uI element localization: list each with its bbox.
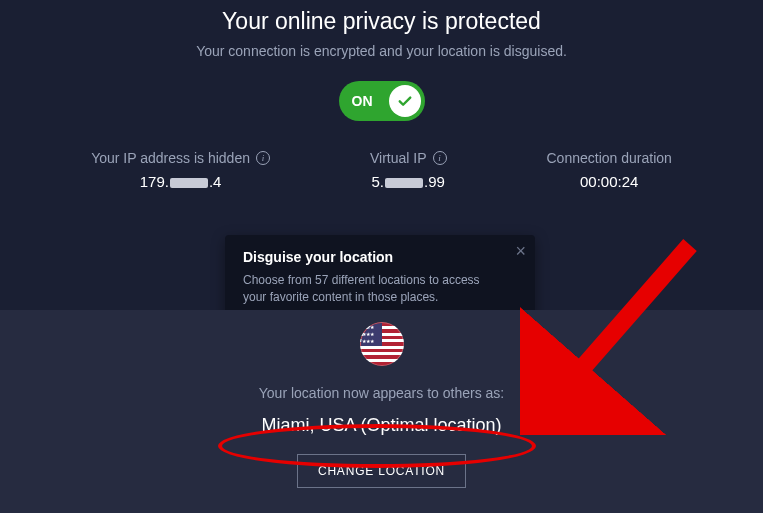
status-panel: Your online privacy is protected Your co…: [0, 0, 763, 310]
location-panel: Your location now appears to others as: …: [0, 310, 763, 513]
toggle-label: ON: [352, 93, 373, 109]
toggle-knob: [389, 85, 421, 117]
stat-duration: Connection duration 00:00:24: [547, 149, 672, 190]
ip-hidden-label: Your IP address is hidden: [91, 150, 250, 166]
change-location-button[interactable]: CHANGE LOCATION: [297, 454, 466, 488]
duration-value: 00:00:24: [547, 173, 672, 190]
check-icon: [396, 92, 414, 110]
obscured-icon: [170, 178, 208, 188]
info-icon[interactable]: i: [433, 151, 447, 165]
page-subtitle: Your connection is encrypted and your lo…: [0, 43, 763, 59]
page-title: Your online privacy is protected: [0, 8, 763, 35]
virtual-ip-value: 5..99: [370, 173, 447, 190]
location-appears-label: Your location now appears to others as:: [0, 385, 763, 401]
tooltip-body: Choose from 57 different locations to ac…: [243, 272, 499, 307]
flag-usa-icon: [360, 322, 404, 366]
stat-ip-hidden: Your IP address is hidden i 179..4: [91, 149, 270, 190]
ip-hidden-value: 179..4: [91, 173, 270, 190]
connection-toggle[interactable]: ON: [339, 81, 425, 121]
info-icon[interactable]: i: [256, 151, 270, 165]
close-icon[interactable]: ×: [515, 242, 526, 260]
obscured-icon: [385, 178, 423, 188]
stats-row: Your IP address is hidden i 179..4 Virtu…: [0, 149, 763, 190]
virtual-ip-label: Virtual IP: [370, 150, 427, 166]
stat-virtual-ip: Virtual IP i 5..99: [370, 149, 447, 190]
duration-label: Connection duration: [547, 150, 672, 166]
tooltip-title: Disguise your location: [243, 249, 499, 265]
location-value: Miami, USA (Optimal location): [261, 415, 501, 436]
